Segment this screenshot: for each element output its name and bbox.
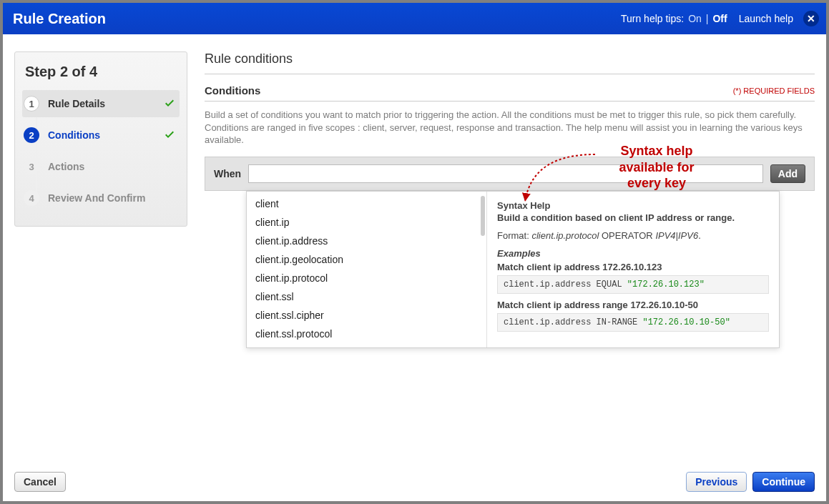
step-number: 2 (24, 127, 39, 143)
condition-input[interactable] (248, 164, 763, 183)
format-suffix: IPV4|IPV6 (655, 230, 698, 241)
code-text: client.ip.address EQUAL (504, 280, 627, 290)
code-string: "172.26.10.10-50" (642, 317, 730, 327)
condition-builder-row: When Add (205, 157, 815, 191)
format-operator: OPERATOR (602, 230, 653, 241)
syntax-help-format: Format: client.ip.protocol OPERATOR IPV4… (497, 230, 769, 241)
check-icon (164, 98, 175, 109)
option-client-ip[interactable]: client.ip (247, 213, 486, 232)
section-description: Build a set of conditions you want to ma… (205, 109, 815, 147)
step-number: 3 (24, 159, 39, 174)
section-header: Conditions (*) REQUIRED FIELDS (205, 84, 815, 102)
footer-bar: Cancel Previous Continue (3, 463, 826, 501)
when-label: When (214, 168, 241, 179)
example1-label: Match client ip address 172.26.10.123 (497, 262, 769, 272)
wizard-step-conditions[interactable]: 2 Conditions (22, 122, 180, 149)
step-number: 4 (24, 190, 39, 206)
wizard-sidebar: Step 2 of 4 1 Rule Details 2 Conditions (14, 51, 187, 227)
launch-help-link[interactable]: Launch help (739, 13, 793, 24)
option-client-ssl-protocol[interactable]: client.ssl.protocol (247, 325, 486, 343)
step-number: 1 (24, 96, 39, 112)
add-button[interactable]: Add (770, 164, 805, 183)
help-tips-off[interactable]: Off (712, 13, 727, 24)
option-client-ip-address[interactable]: client.ip.address (247, 232, 486, 250)
code-string: "172.26.10.123" (627, 280, 705, 290)
close-icon[interactable]: ✕ (803, 11, 819, 26)
example2-label: Match client ip address range 172.26.10.… (497, 300, 769, 310)
title-bar: Rule Creation Turn help tips: On | Off L… (3, 3, 826, 34)
example2-code: client.ip.address IN-RANGE "172.26.10.10… (497, 313, 769, 332)
separator: | (706, 13, 709, 24)
code-text: client.ip.address IN-RANGE (504, 317, 642, 327)
step-heading: Step 2 of 4 (25, 64, 177, 80)
dialog-window: Rule Creation Turn help tips: On | Off L… (0, 0, 829, 504)
syntax-help-desc: Build a condition based on client IP add… (497, 212, 769, 223)
option-client-ip-geolocation[interactable]: client.ip.geolocation (247, 250, 486, 269)
step-label: Rule Details (48, 98, 105, 109)
option-list[interactable]: client client.ip client.ip.address clien… (247, 192, 487, 347)
step-label: Actions (48, 161, 84, 172)
required-fields-note: (*) REQUIRED FIELDS (733, 87, 815, 95)
cancel-button[interactable]: Cancel (14, 472, 66, 492)
syntax-help-panel: Syntax Help Build a condition based on c… (487, 192, 779, 347)
option-client-ssl-cipher[interactable]: client.ssl.cipher (247, 306, 486, 325)
previous-button[interactable]: Previous (686, 472, 747, 492)
example1-code: client.ip.address EQUAL "172.26.10.123" (497, 275, 769, 294)
wizard-step-actions[interactable]: 3 Actions (22, 153, 180, 180)
main-content: Rule conditions Conditions (*) REQUIRED … (187, 51, 815, 463)
body: Step 2 of 4 1 Rule Details 2 Conditions (3, 34, 826, 463)
page-title: Rule conditions (205, 51, 815, 74)
wizard-steps: 1 Rule Details 2 Conditions 3 Actions (22, 90, 180, 212)
syntax-help-title: Syntax Help (497, 200, 769, 211)
section-title: Conditions (205, 84, 260, 97)
option-client-ssl[interactable]: client.ssl (247, 287, 486, 306)
autocomplete-panel: client client.ip client.ip.address clien… (246, 191, 780, 348)
wizard-step-review[interactable]: 4 Review And Confirm (22, 184, 180, 212)
dialog-title: Rule Creation (13, 11, 106, 27)
header-controls: Turn help tips: On | Off Launch help ✕ (621, 11, 819, 26)
scrollbar-thumb[interactable] (481, 196, 485, 236)
option-client[interactable]: client (247, 194, 486, 213)
step-label: Review And Confirm (48, 192, 145, 204)
format-prefix: Format: (497, 230, 529, 241)
help-tips-on[interactable]: On (688, 13, 702, 24)
step-label: Conditions (48, 129, 100, 141)
examples-heading: Examples (497, 248, 769, 259)
wizard-step-rule-details[interactable]: 1 Rule Details (22, 90, 180, 117)
continue-button[interactable]: Continue (752, 472, 815, 492)
help-tips-label: Turn help tips: (621, 13, 684, 24)
format-expression: client.ip.protocol (531, 230, 599, 241)
check-icon (164, 129, 175, 141)
option-client-ip-protocol[interactable]: client.ip.protocol (247, 269, 486, 287)
